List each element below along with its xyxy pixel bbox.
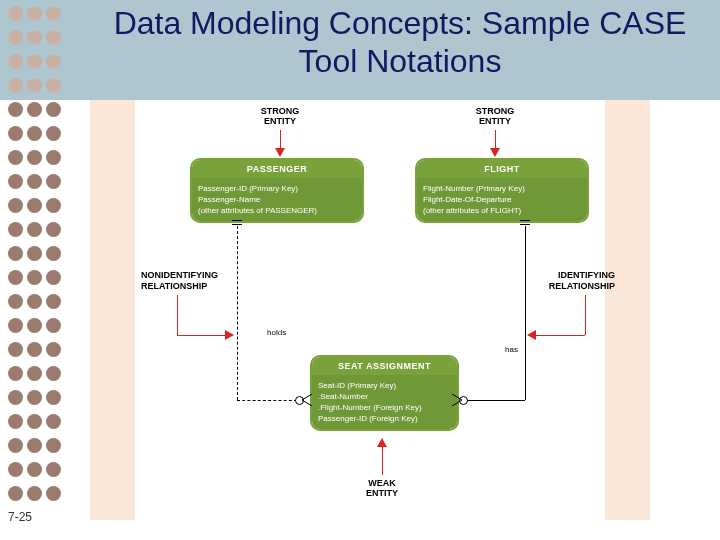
label-weak: WEAK ENTITY (357, 478, 407, 498)
diagram-inner: STRONG ENTITY STRONG ENTITY PASSENGER Pa… (135, 100, 605, 520)
entity-seat-name: SEAT ASSIGNMENT (312, 357, 457, 375)
label-strong-right: STRONG ENTITY (465, 106, 525, 126)
entity-flight-attrs: Flight-Number (Primary Key) Flight-Date-… (417, 178, 587, 221)
attr: (other attributes of FLIGHT) (423, 205, 581, 216)
entity-passenger: PASSENGER Passenger-ID (Primary Key) Pas… (190, 158, 364, 223)
entity-flight-name: FLIGHT (417, 160, 587, 178)
attr: Flight-Number (Primary Key) (423, 183, 581, 194)
relation-holds: holds (267, 328, 286, 337)
decorative-dots (8, 6, 68, 510)
attr: Seat-ID (Primary Key) (318, 380, 451, 391)
entity-flight: FLIGHT Flight-Number (Primary Key) Fligh… (415, 158, 589, 223)
attr: Passenger-ID (Primary Key) (198, 183, 356, 194)
attr: Flight-Date-Of-Departure (423, 194, 581, 205)
entity-passenger-attrs: Passenger-ID (Primary Key) Passenger-Nam… (192, 178, 362, 221)
entity-seat-attrs: Seat-ID (Primary Key) .Seat-Number .Flig… (312, 375, 457, 429)
entity-seat: SEAT ASSIGNMENT Seat-ID (Primary Key) .S… (310, 355, 459, 431)
entity-passenger-name: PASSENGER (192, 160, 362, 178)
attr: Passenger-Name (198, 194, 356, 205)
diagram-canvas: STRONG ENTITY STRONG ENTITY PASSENGER Pa… (90, 100, 650, 520)
attr: .Flight-Number (Foreign Key) (318, 402, 451, 413)
relation-has: has (505, 345, 518, 354)
attr: Passenger-ID (Foreign Key) (318, 413, 451, 424)
page-number: 7-25 (8, 510, 32, 524)
slide: Data Modeling Concepts: Sample CASE Tool… (0, 0, 720, 540)
page-title: Data Modeling Concepts: Sample CASE Tool… (90, 4, 710, 80)
attr: .Seat-Number (318, 391, 451, 402)
label-strong-left: STRONG ENTITY (250, 106, 310, 126)
attr: (other attributes of PASSENGER) (198, 205, 356, 216)
label-nonidentifying: NONIDENTIFYING RELATIONSHIP (141, 270, 231, 292)
label-identifying: IDENTIFYING RELATIONSHIP (535, 270, 615, 292)
